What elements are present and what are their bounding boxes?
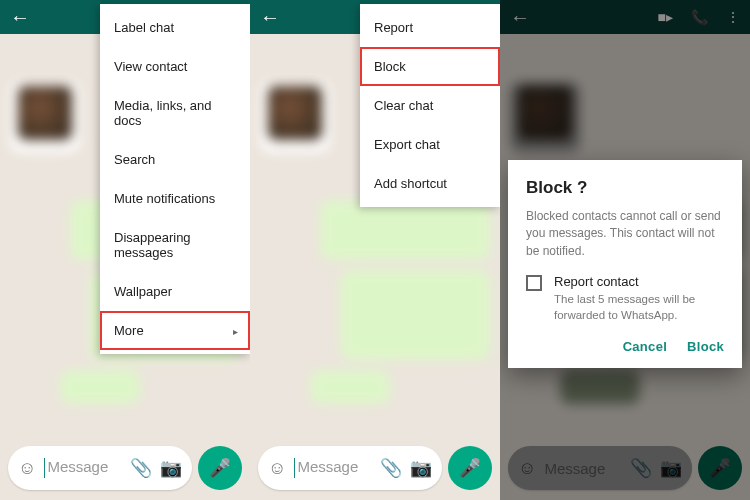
message-input[interactable]: ☺ Message 📎 📷 (258, 446, 442, 490)
menu-item-view-contact[interactable]: View contact (100, 47, 250, 86)
back-icon[interactable]: ← (10, 6, 30, 29)
message-placeholder: Message (294, 458, 372, 478)
message-input-bar: ☺ Message 📎 📷 🎤 (258, 446, 492, 490)
block-button[interactable]: Block (687, 339, 724, 354)
message-placeholder: Message (44, 458, 122, 478)
camera-icon[interactable]: 📷 (410, 457, 432, 479)
dialog-body: Blocked contacts cannot call or send you… (526, 208, 724, 260)
block-confirm-dialog: Block ? Blocked contacts cannot call or … (508, 160, 742, 368)
mic-icon: 🎤 (209, 457, 231, 479)
chat-more-submenu: Report Block Clear chat Export chat Add … (360, 4, 500, 207)
menu-item-more[interactable]: More ▸ (100, 311, 250, 350)
menu-item-disappearing-messages[interactable]: Disappearing messages (100, 218, 250, 272)
report-checkbox-label: Report contact (554, 274, 724, 289)
menu-item-block[interactable]: Block (360, 47, 500, 86)
chevron-right-icon: ▸ (233, 325, 238, 336)
mic-button[interactable]: 🎤 (448, 446, 492, 490)
screen-block-dialog: ← ■▸ 📞 ⋮ Block ? Blocked contacts cannot… (500, 0, 750, 500)
emoji-icon[interactable]: ☺ (18, 458, 36, 479)
menu-item-export-chat[interactable]: Export chat (360, 125, 500, 164)
message-input-bar: ☺ Message 📎 📷 🎤 (8, 446, 242, 490)
chat-options-menu: Label chat View contact Media, links, an… (100, 4, 250, 354)
screen-chat-menu-main: ← Label chat View contact Media, links, … (0, 0, 250, 500)
message-input[interactable]: ☺ Message 📎 📷 (8, 446, 192, 490)
menu-item-media-links-docs[interactable]: Media, links, and docs (100, 86, 250, 140)
menu-item-label: More (114, 323, 144, 338)
mic-icon: 🎤 (459, 457, 481, 479)
back-icon[interactable]: ← (260, 6, 280, 29)
attach-icon[interactable]: 📎 (380, 457, 402, 479)
menu-item-label-chat[interactable]: Label chat (100, 8, 250, 47)
menu-item-wallpaper[interactable]: Wallpaper (100, 272, 250, 311)
menu-item-report[interactable]: Report (360, 8, 500, 47)
dialog-actions: Cancel Block (526, 333, 724, 360)
attach-icon[interactable]: 📎 (130, 457, 152, 479)
emoji-icon[interactable]: ☺ (268, 458, 286, 479)
camera-icon[interactable]: 📷 (160, 457, 182, 479)
mic-button[interactable]: 🎤 (198, 446, 242, 490)
report-checkbox[interactable] (526, 275, 542, 291)
cancel-button[interactable]: Cancel (623, 339, 667, 354)
menu-item-mute-notifications[interactable]: Mute notifications (100, 179, 250, 218)
screen-chat-menu-more: ← Report Block Clear chat Export chat Ad… (250, 0, 500, 500)
menu-item-search[interactable]: Search (100, 140, 250, 179)
report-checkbox-sub: The last 5 messages will be forwarded to… (554, 291, 724, 323)
menu-item-add-shortcut[interactable]: Add shortcut (360, 164, 500, 203)
report-contact-row[interactable]: Report contact The last 5 messages will … (526, 274, 724, 323)
dialog-title: Block ? (526, 178, 724, 198)
menu-item-clear-chat[interactable]: Clear chat (360, 86, 500, 125)
